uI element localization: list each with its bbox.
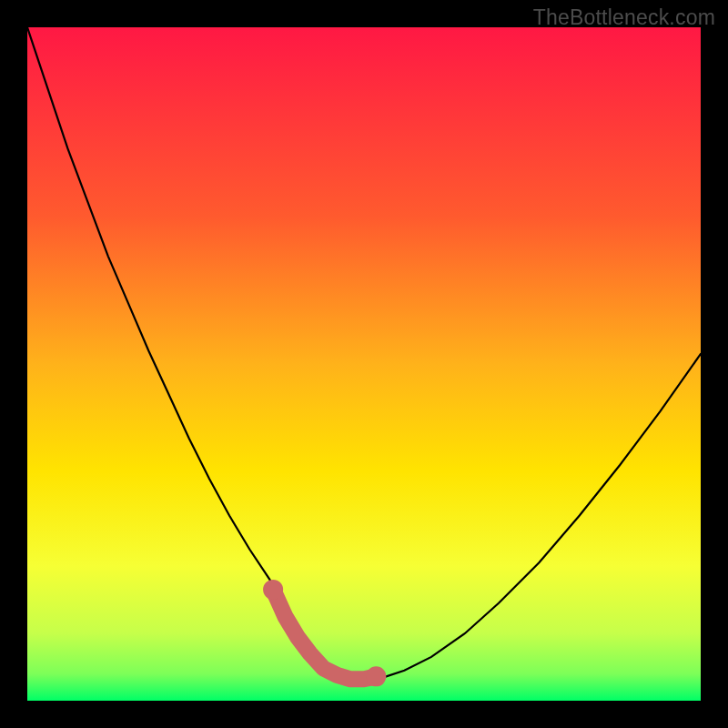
- marker-end-dot: [263, 580, 283, 600]
- chart-svg: [27, 27, 701, 701]
- plot-area: [27, 27, 701, 701]
- marker-end-dot: [366, 666, 386, 686]
- chart-frame: TheBottleneck.com: [0, 0, 728, 728]
- gradient-background: [27, 27, 701, 701]
- watermark-text: TheBottleneck.com: [533, 5, 715, 30]
